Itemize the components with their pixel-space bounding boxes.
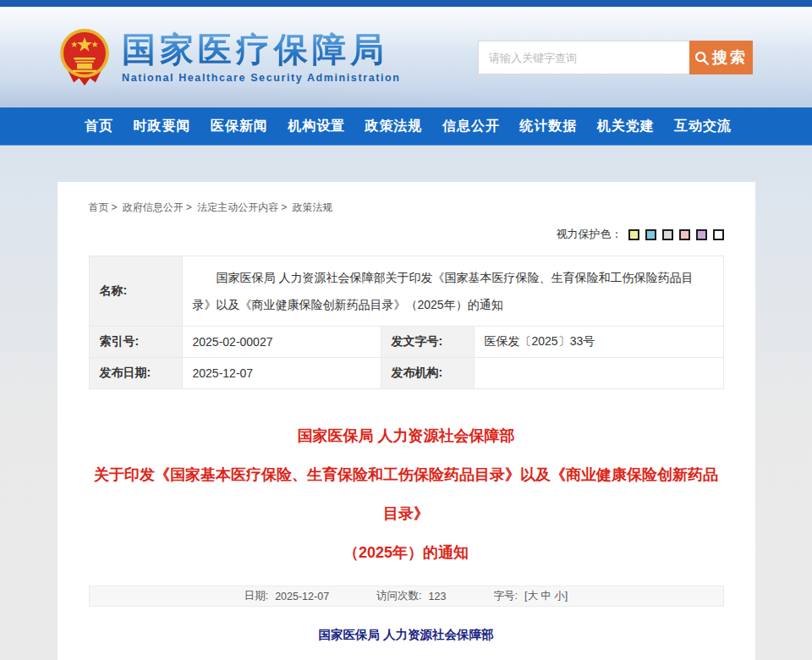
- nav-item-policies[interactable]: 政策法规: [365, 118, 423, 135]
- breadcrumb: 首页> 政府信息公开> 法定主动公开内容> 政策法规: [89, 195, 724, 217]
- publisher-label: 发布机构:: [381, 358, 474, 389]
- nav-item-interaction[interactable]: 互动交流: [674, 118, 732, 135]
- name-label: 名称:: [89, 256, 182, 327]
- breadcrumb-policies[interactable]: 政策法规: [293, 201, 333, 213]
- national-emblem-icon: [58, 27, 112, 88]
- eye-protect-row: 视力保护色：: [89, 227, 724, 242]
- nav-item-home[interactable]: 首页: [85, 118, 113, 135]
- article-meta-bar: 日期: 2025-12-07 访问次数: 123 字号: [大 中 小]: [89, 586, 724, 607]
- document-heading-line1: 国家医保局 人力资源社会保障部: [89, 629, 724, 642]
- meta-date-value: 2025-12-07: [275, 591, 329, 602]
- site-title: 国家医疗保障局: [122, 30, 401, 68]
- nav-item-medical-news[interactable]: 医保新闻: [211, 118, 268, 135]
- nav-item-party-building[interactable]: 机关党建: [597, 118, 655, 135]
- search-button[interactable]: 搜索: [689, 41, 753, 74]
- site-header: 国家医疗保障局 National Healthcare Security Adm…: [0, 7, 812, 107]
- site-subtitle-en: National Healthcare Security Administrat…: [122, 72, 401, 84]
- brand-text: 国家医疗保障局 National Healthcare Security Adm…: [122, 30, 401, 84]
- nav-item-organization[interactable]: 机构设置: [288, 118, 345, 135]
- breadcrumb-separator: >: [112, 201, 118, 213]
- eye-protect-swatch-yellow[interactable]: [628, 229, 639, 240]
- meta-visits-value: 123: [429, 591, 447, 602]
- search-button-label: 搜索: [712, 47, 748, 68]
- doc-number-label: 发文字号:: [381, 327, 474, 358]
- eye-protect-label: 视力保护色：: [557, 227, 623, 242]
- breadcrumb-separator: >: [186, 201, 192, 213]
- index-number-value: 2025-02-00027: [182, 327, 381, 358]
- document-info-table: 名称: 国家医保局 人力资源社会保障部关于印发《国家基本医疗保险、生育保险和工伤…: [89, 256, 724, 389]
- font-size-selector[interactable]: [大 中 小]: [524, 589, 568, 603]
- meta-visits-label: 访问次数:: [376, 589, 421, 603]
- publisher-value: [474, 358, 723, 389]
- eye-protect-swatch-white[interactable]: [713, 229, 724, 240]
- eye-protect-swatch-pink[interactable]: [679, 229, 690, 240]
- brand[interactable]: 国家医疗保障局 National Healthcare Security Adm…: [58, 27, 401, 88]
- document-heading: 国家医保局 人力资源社会保障部 关于印发《国家基本医疗保险、生育保险和工伤保险药…: [89, 629, 724, 660]
- nav-item-statistics[interactable]: 统计数据: [519, 118, 577, 135]
- breadcrumb-gov-info[interactable]: 政府信息公开: [123, 201, 184, 213]
- search-icon: [694, 51, 709, 65]
- breadcrumb-statutory-disclosure[interactable]: 法定主动公开内容: [197, 201, 278, 213]
- article-title: 国家医保局 人力资源社会保障部 关于印发《国家基本医疗保险、生育保险和工伤保险药…: [89, 416, 724, 572]
- main-nav: 首页 时政要闻 医保新闻 机构设置 政策法规 信息公开 统计数据 机关党建 互动…: [0, 107, 812, 146]
- search-area: 搜索: [478, 41, 753, 74]
- breadcrumb-separator: >: [281, 201, 287, 213]
- article-title-line2: 关于印发《国家基本医疗保险、生育保险和工伤保险药品目录》以及《商业健康保险创新药…: [89, 455, 724, 533]
- index-number-label: 索引号:: [89, 327, 182, 358]
- table-row: 发布日期: 2025-12-07 发布机构:: [89, 358, 723, 389]
- meta-date-label: 日期:: [244, 589, 268, 603]
- search-input[interactable]: [478, 41, 689, 74]
- article-title-line1: 国家医保局 人力资源社会保障部: [89, 416, 724, 455]
- eye-protect-swatch-purple[interactable]: [696, 229, 707, 240]
- doc-number-value: 医保发〔2025〕33号: [474, 327, 723, 358]
- breadcrumb-home[interactable]: 首页: [89, 201, 109, 213]
- content-card: 首页> 政府信息公开> 法定主动公开内容> 政策法规 视力保护色： 名称: 国家…: [58, 182, 755, 660]
- nav-item-politics-news[interactable]: 时政要闻: [133, 118, 190, 135]
- table-row: 名称: 国家医保局 人力资源社会保障部关于印发《国家基本医疗保险、生育保险和工伤…: [89, 256, 723, 327]
- table-row: 索引号: 2025-02-00027 发文字号: 医保发〔2025〕33号: [89, 327, 723, 358]
- top-strip: [0, 0, 812, 7]
- publish-date-value: 2025-12-07: [182, 358, 381, 389]
- eye-protect-swatch-blue[interactable]: [645, 229, 656, 240]
- meta-font-label: 字号:: [493, 589, 517, 603]
- eye-protect-swatch-gray[interactable]: [662, 229, 673, 240]
- name-value: 国家医保局 人力资源社会保障部关于印发《国家基本医疗保险、生育保险和工伤保险药品…: [182, 256, 723, 327]
- publish-date-label: 发布日期:: [89, 358, 182, 389]
- nav-item-info-disclosure[interactable]: 信息公开: [442, 118, 500, 135]
- article-title-line3: （2025年）的通知: [89, 533, 724, 572]
